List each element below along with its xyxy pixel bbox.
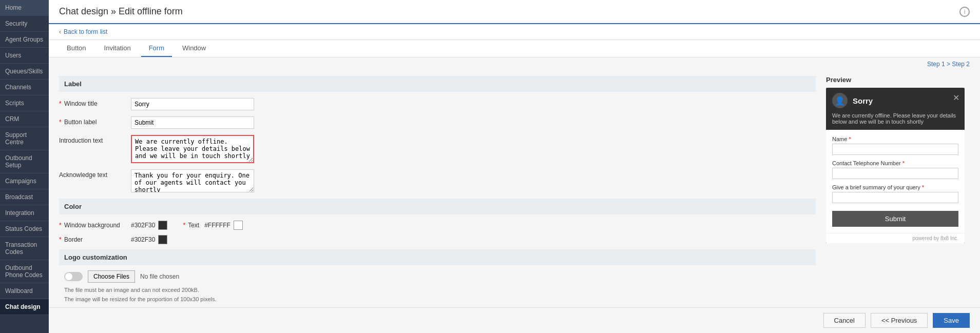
button-label-label: * Button label (59, 116, 131, 126)
tab-button[interactable]: Button (59, 40, 94, 57)
sidebar-item-campaigns[interactable]: Campaigns (0, 173, 49, 189)
file-hint-2: The image will be resized for the propor… (59, 295, 816, 304)
tabs-bar: Button Invitation Form Window (49, 40, 980, 57)
previous-button[interactable]: << Previous (871, 313, 928, 328)
save-button[interactable]: Save (933, 313, 970, 328)
ack-text-label: Acknowledge text (59, 169, 131, 179)
content-area: Step 1 > Step 2 Label * Window title * (49, 57, 980, 307)
popup-body: Name * Contact Telephone Number * (826, 130, 965, 233)
window-bg-value: #302F30 (131, 222, 155, 229)
popup-subtitle: We are currently offline. Please leave y… (826, 112, 965, 130)
info-icon[interactable]: i (959, 7, 970, 17)
ack-text-input[interactable] (131, 169, 254, 192)
text-color-value: #FFFFFF (204, 222, 230, 229)
popup-title: Sorry (853, 96, 873, 105)
window-bg-swatch[interactable] (158, 221, 167, 230)
breadcrumb-arrow: ‹ (59, 28, 61, 35)
popup-query-label: Give a brief summary of your query * (832, 184, 958, 190)
window-bg-label: * Window background (59, 222, 131, 229)
sidebar-item-outbound-phone-codes[interactable]: Outbound Phone Codes (0, 260, 49, 283)
page-header: Chat design » Edit offline form i (49, 0, 980, 24)
sidebar-item-status-codes[interactable]: Status Codes (0, 221, 49, 237)
required-star: * (59, 100, 62, 107)
button-label-input[interactable] (131, 116, 254, 129)
label-section-header: Label (59, 76, 816, 92)
text-color-swatch[interactable] (234, 221, 243, 230)
border-label: * Border (59, 236, 131, 243)
preview-popup: 👤 Sorry ✕ We are currently offline. Plea… (826, 88, 965, 243)
sidebar-item-security[interactable]: Security (0, 16, 49, 32)
tab-form[interactable]: Form (141, 40, 172, 57)
tab-invitation[interactable]: Invitation (97, 40, 139, 57)
sidebar-item-support-centre[interactable]: Support Centre (0, 127, 49, 150)
sidebar-item-transaction-codes[interactable]: Transaction Codes (0, 237, 49, 260)
preview-panel: Preview 👤 Sorry ✕ We are currently offli… (826, 71, 970, 304)
logo-upload-row: Choose Files No file chosen (59, 270, 816, 283)
sidebar-item-chat-design[interactable]: Chat design (0, 299, 49, 315)
sidebar-item-integration[interactable]: Integration (0, 205, 49, 221)
text-color-row: * Text #FFFFFF (183, 221, 242, 230)
button-label-row: * Button label (59, 116, 816, 129)
window-title-input[interactable] (131, 98, 254, 110)
sidebar-item-broadcast[interactable]: Broadcast (0, 189, 49, 205)
sidebar-item-scripts[interactable]: Scripts (0, 95, 49, 111)
popup-header: 👤 Sorry ✕ (826, 88, 965, 112)
ack-text-row: Acknowledge text (59, 169, 816, 192)
no-file-label: No file chosen (140, 273, 179, 280)
popup-close-icon[interactable]: ✕ (953, 93, 959, 103)
popup-name-input[interactable] (832, 144, 958, 155)
bottom-bar: Cancel << Previous Save (49, 307, 980, 333)
popup-name-field: Name * (832, 136, 958, 155)
sidebar-item-crm[interactable]: CRM (0, 111, 49, 127)
popup-submit-button[interactable]: Submit (832, 211, 958, 227)
form-preview-area: Label * Window title * Button label (49, 71, 980, 307)
popup-query-input[interactable] (832, 192, 958, 203)
popup-phone-label: Contact Telephone Number * (832, 160, 958, 166)
preview-label: Preview (826, 71, 970, 88)
file-hint-1: The file must be an image and can not ex… (59, 286, 816, 295)
border-swatch[interactable] (158, 235, 167, 244)
sidebar-item-wallboard[interactable]: Wallboard (0, 283, 49, 299)
sidebar-item-queues-skills[interactable]: Queues/Skills (0, 64, 49, 80)
logo-section-header: Logo customization (59, 249, 816, 265)
breadcrumb: ‹ Back to form list (49, 24, 980, 40)
tab-window[interactable]: Window (175, 40, 214, 57)
popup-footer: powered by 8x8 Inc. (826, 233, 965, 243)
logo-toggle[interactable] (64, 272, 83, 281)
form-panel: Label * Window title * Button label (59, 71, 816, 304)
border-color-row: * Border #302F30 (59, 235, 816, 244)
sidebar-item-users[interactable]: Users (0, 48, 49, 64)
choose-files-button[interactable]: Choose Files (88, 270, 135, 283)
main-content: Chat design » Edit offline form i ‹ Back… (49, 0, 980, 333)
popup-name-label: Name * (832, 136, 958, 142)
window-title-label: * Window title (59, 98, 131, 107)
intro-text-input[interactable] (131, 135, 254, 163)
back-to-form-link[interactable]: Back to form list (64, 28, 107, 35)
logo-section: Logo customization Choose Files No file … (59, 249, 816, 304)
color-section-header: Color (59, 199, 816, 214)
popup-phone-input[interactable] (832, 168, 958, 179)
border-value: #302F30 (131, 236, 155, 243)
required-star: * (59, 119, 62, 126)
sidebar-item-agent-groups[interactable]: Agent Groups (0, 32, 49, 48)
step-indicator: Step 1 > Step 2 (49, 57, 980, 71)
page-title: Chat design » Edit offline form (59, 6, 183, 17)
cancel-button[interactable]: Cancel (823, 313, 866, 328)
sidebar-item-channels[interactable]: Channels (0, 80, 49, 95)
window-title-row: * Window title (59, 98, 816, 110)
intro-text-label: Introduction text (59, 135, 131, 144)
sidebar-item-home[interactable]: Home (0, 0, 49, 16)
sidebar-item-outbound-setup[interactable]: Outbound Setup (0, 150, 49, 173)
popup-phone-field: Contact Telephone Number * (832, 160, 958, 179)
intro-text-row: Introduction text (59, 135, 816, 163)
sidebar: Home Security Agent Groups Users Queues/… (0, 0, 49, 333)
popup-query-field: Give a brief summary of your query * (832, 184, 958, 203)
popup-avatar: 👤 (832, 93, 848, 108)
